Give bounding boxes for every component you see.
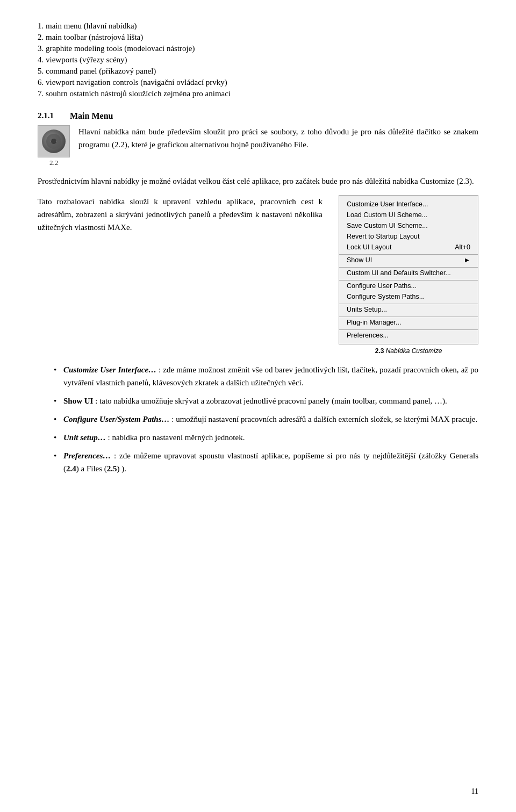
bullet-colon-4: : — [106, 433, 112, 442]
figure-2-2-container: 2.2 — [38, 125, 70, 167]
list-item-7: souhrn ostatních nástrojů sloužících zej… — [38, 89, 478, 98]
bullet-colon-5: : — [111, 451, 119, 460]
menu-item-configure-user-paths: Configure User Paths... — [339, 280, 478, 291]
menu-item-load-scheme: Load Custom UI Scheme... — [339, 210, 478, 220]
list-item-1: main menu (hlavní nabídka) — [38, 21, 478, 31]
bullet-text-2: tato nabídka umožňuje skrývat a zobrazov… — [99, 397, 447, 405]
svg-point-1 — [51, 139, 56, 144]
customize-intro-paragraph: Prostřednictvím hlavní nabídky je možné … — [38, 175, 478, 188]
bullet-text-4: nabídka pro nastavení měrných jednotek. — [112, 433, 245, 442]
bullet-preferences: Preferences… : zde můžeme upravovat spou… — [54, 449, 478, 475]
menu-item-units-setup: Units Setup... — [339, 304, 478, 315]
menu-item-save-scheme: Save Custom UI Scheme... — [339, 220, 478, 231]
bullet-colon-2: : — [93, 397, 99, 405]
list-item-4: viewports (výřezy scény) — [38, 55, 478, 64]
bullet-colon-1: : — [156, 365, 163, 374]
bullet-show-ui: Show UI : tato nabídka umožňuje skrývat … — [54, 394, 478, 407]
bullet-unit-setup: Unit setup… : nabídka pro nastavení měrn… — [54, 431, 478, 444]
bullet-label-1: Customize User Interface… — [63, 365, 156, 374]
main-menu-description: Hlavní nabídka nám bude především slouži… — [78, 125, 478, 151]
bullet-text-5: zde můžeme upravovat spoustu vlastností … — [63, 451, 478, 473]
menu-item-show-ui: Show UI ► — [339, 254, 478, 265]
logo-svg — [45, 133, 62, 150]
menu-item-preferences: Preferences... — [339, 329, 478, 341]
tato-section: Tato rozbalovací nabídka slouží k uprave… — [38, 195, 478, 355]
figure-2-2-label: 2.2 — [49, 159, 58, 167]
bullet-label-3: Configure User/System Paths… — [63, 415, 170, 423]
bullet-configure-paths: Configure User/System Paths… : umožňují … — [54, 413, 478, 426]
bullet-text-3: umožňují nastavení pracovních adresářů a… — [176, 415, 477, 423]
section-2-1-1-header: 2.1.1 Main Menu — [38, 111, 478, 121]
page-number: 11 — [471, 787, 478, 796]
bullet-label-4: Unit setup… — [63, 433, 106, 442]
list-item-3: graphite modeling tools (modelovací nást… — [38, 44, 478, 53]
tato-paragraph: Tato rozbalovací nabídka slouží k uprave… — [38, 195, 322, 234]
graphite-logo-icon — [42, 130, 66, 153]
menu-item-custom-ui-defaults: Custom UI and Defaults Switcher... — [339, 267, 478, 278]
menu-item-configure-system-paths: Configure System Paths... — [339, 291, 478, 302]
features-bullet-list: Customize User Interface… : zde máme mož… — [54, 363, 478, 475]
menu-item-plugin-manager: Plug-in Manager... — [339, 317, 478, 328]
tato-text: Tato rozbalovací nabídka slouží k uprave… — [38, 195, 322, 234]
menu-fig-text: Nabídka Customize — [386, 347, 442, 355]
menu-item-revert: Revert to Startup Layout — [339, 231, 478, 242]
bullet-label-5: Preferences… — [63, 451, 111, 460]
menu-item-customize-ui: Customize User Interface... — [339, 199, 478, 210]
menu-figure-caption: 2.3 Nabídka Customize — [375, 347, 442, 355]
bullet-label-2: Show UI — [63, 397, 93, 405]
section-title: Main Menu — [70, 111, 113, 121]
menu-item-lock-ui: Lock UI Layout Alt+0 — [339, 242, 478, 253]
bullet-colon-3: : — [170, 415, 176, 423]
intro-list: main menu (hlavní nabídka) main toolbar … — [38, 21, 478, 98]
menu-fig-num: 2.3 — [375, 347, 384, 355]
menu-screenshot-container: Customize User Interface... Load Custom … — [339, 195, 478, 355]
customize-menu-box: Customize User Interface... Load Custom … — [339, 195, 478, 344]
main-menu-section: 2.2 Hlavní nabídka nám bude především sl… — [38, 125, 478, 167]
list-item-2: main toolbar (nástrojová lišta) — [38, 33, 478, 42]
list-item-6: viewport navigation controls (navigační … — [38, 78, 478, 87]
figure-2-2-image — [38, 125, 70, 157]
bullet-customize-ui: Customize User Interface… : zde máme mož… — [54, 363, 478, 389]
section-number: 2.1.1 — [38, 111, 70, 120]
list-item-5: command panel (příkazový panel) — [38, 67, 478, 76]
